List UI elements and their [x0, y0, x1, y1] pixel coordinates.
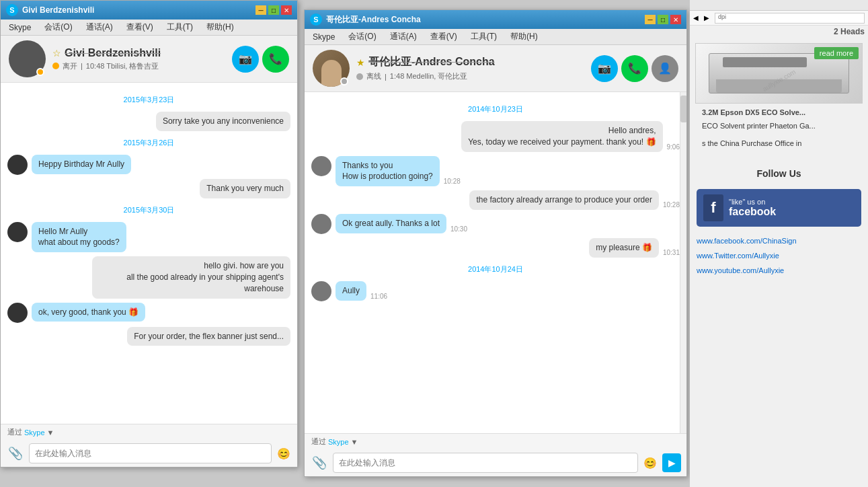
menu-skype-left[interactable]: Skype	[6, 22, 34, 34]
menu-call-right[interactable]: 通话(A)	[387, 30, 420, 44]
contact-info-right: ★ 哥伦比亚-Andres Concha 离线 | 1:48 Medellin,…	[356, 55, 584, 81]
nav-item[interactable]: ▶	[704, 14, 709, 22]
send-button-right[interactable]: ▶	[662, 453, 681, 472]
youtube-link[interactable]: www.youtube.com/Aullyxie	[697, 263, 861, 278]
avatar-person-right	[321, 60, 342, 87]
contact-name-row-right: ★ 哥伦比亚-Andres Concha	[356, 55, 584, 69]
contact-name-row-left: ☆ Givi Berdzenishvili	[52, 47, 225, 59]
emoji-button-right[interactable]: 😊	[642, 455, 658, 471]
video-call-button-left[interactable]: 📷	[232, 46, 259, 73]
facebook-button[interactable]: f "like" us on facebook	[697, 189, 861, 227]
facebook-f-icon: f	[703, 194, 723, 221]
address-bar[interactable]: dpi	[715, 13, 865, 24]
star-icon-right[interactable]: ★	[356, 57, 365, 68]
menu-bar-left: Skype 会话(O) 通话(A) 查看(V) 工具(T) 帮助(H)	[1, 20, 297, 36]
skype-logo-right: S	[310, 13, 322, 26]
msg-bubble: Hello Mr Aullywhat about my goods?	[32, 222, 126, 253]
avatar-container-right	[313, 50, 350, 87]
contact-name-right: 哥伦比亚-Andres Concha	[368, 55, 495, 69]
follow-us-heading: Follow Us	[690, 158, 868, 186]
menu-view-right[interactable]: 查看(V)	[428, 30, 460, 44]
social-links: www.facebook.com/ChinaSign www.Twitter.c…	[690, 230, 868, 281]
menu-bar-right: Skype 会话(O) 通话(A) 查看(V) 工具(T) 帮助(H)	[305, 29, 686, 45]
msg-bubble: Ok great aully. Thanks a lot	[336, 214, 446, 233]
message-row: 10:31 my pleasure 🎁	[311, 238, 680, 258]
scrollbar-right[interactable]	[680, 92, 686, 433]
message-row: Aully 11:06	[311, 281, 680, 301]
printer-subtitle: ECO Solvent printer Phaeton Ga...	[702, 120, 856, 132]
close-button-left[interactable]: ✕	[281, 5, 292, 15]
menu-help-left[interactable]: 帮助(H)	[204, 20, 237, 34]
minimize-button-right[interactable]: ─	[645, 15, 656, 24]
chat-area-left[interactable]: 2015年3月23日 Sorry take you any inconvenie…	[1, 83, 297, 424]
status-dot-right	[340, 77, 348, 85]
via-skype-link-right[interactable]: Skype	[328, 438, 349, 446]
scrollbar-thumb[interactable]	[680, 96, 686, 122]
msg-time: 10:31	[663, 249, 680, 256]
message-row: Hello Mr Aullywhat about my goods?	[7, 222, 290, 253]
date-sep-right-2: 2014年10月24日	[311, 264, 680, 274]
menu-skype-right[interactable]: Skype	[310, 31, 338, 43]
msg-avatar	[7, 155, 28, 175]
menu-call-left[interactable]: 通话(A)	[83, 20, 116, 34]
via-skype-bar-left: 通过 Skype ▼	[1, 424, 297, 440]
contact-name-left: Givi Berdzenishvili	[65, 47, 161, 59]
menu-session-right[interactable]: 会话(O)	[346, 30, 379, 44]
facebook-like-text: "like" us on	[729, 198, 776, 206]
menu-view-left[interactable]: 查看(V)	[124, 20, 156, 34]
menu-tools-left[interactable]: 工具(T)	[164, 20, 196, 34]
close-button-right[interactable]: ✕	[670, 15, 681, 24]
contact-status-left: 离开 | 10:48 Tbilisi, 格鲁吉亚	[52, 61, 225, 71]
message-row: 10:28 the factory already arrange to pro…	[311, 190, 680, 210]
message-row: Thank you very much	[7, 179, 290, 198]
menu-help-right[interactable]: 帮助(H)	[508, 30, 541, 44]
msg-avatar	[7, 303, 28, 323]
minimize-button-left[interactable]: ─	[255, 5, 266, 15]
printer-section: aullyxie.com read more 3.2M Epson DX5 EC…	[690, 38, 868, 158]
maximize-button-left[interactable]: □	[268, 5, 279, 15]
window-title-right: 哥伦比亚-Andres Concha	[326, 14, 645, 26]
chat-area-right[interactable]: 2014年10月23日 9:06 Hello andres,Yes, today…	[305, 92, 686, 433]
chevron-down-icon-right[interactable]: ▼	[351, 438, 358, 446]
via-skype-bar-right: 通过 Skype ▼	[305, 434, 686, 449]
msg-bubble: Sorry take you any inconvenience	[156, 112, 290, 131]
message-input-left[interactable]	[29, 443, 272, 463]
date-sep-3: 2015年3月30日	[7, 205, 290, 215]
message-row: Thanks to youHow is production going? 10…	[311, 156, 680, 187]
video-call-button-right[interactable]: 📷	[591, 55, 618, 82]
maximize-button-right[interactable]: □	[658, 15, 668, 24]
msg-bubble: ok, very good, thank you 🎁	[32, 303, 145, 322]
menu-tools-right[interactable]: 工具(T)	[468, 30, 500, 44]
input-row-left: 📎 😊	[1, 440, 297, 467]
chevron-down-icon-left[interactable]: ▼	[47, 428, 54, 437]
contact-header-left: ☆ Givi Berdzenishvili 离开 | 10:48 Tbilisi…	[1, 36, 297, 83]
twitter-link[interactable]: www.Twitter.com/Aullyxie	[697, 248, 861, 263]
attach-button-left[interactable]: 📎	[6, 444, 25, 463]
call-button-right[interactable]: 📞	[621, 55, 648, 82]
facebook-link[interactable]: www.facebook.com/ChinaSign	[697, 233, 861, 248]
message-row: 9:06 Hello andres,Yes, today we received…	[311, 121, 680, 152]
msg-time: 9:06	[667, 143, 680, 151]
window-controls-right: ─ □ ✕	[645, 15, 681, 24]
skype-logo-left: S	[6, 4, 18, 16]
message-input-right[interactable]	[333, 453, 638, 473]
msg-avatar	[7, 222, 28, 242]
message-row: Sorry take you any inconvenience	[7, 112, 290, 131]
message-row: For your order, the flex banner just sen…	[7, 327, 290, 346]
msg-bubble: hello givi. how are youall the good alre…	[92, 256, 290, 298]
read-more-button[interactable]: read more	[814, 47, 859, 59]
star-icon-left[interactable]: ☆	[52, 48, 61, 59]
add-contact-button-right[interactable]: 👤	[652, 55, 678, 82]
contact-header-right: ★ 哥伦比亚-Andres Concha 离线 | 1:48 Medellin,…	[305, 45, 686, 92]
emoji-button-left[interactable]: 😊	[276, 445, 292, 461]
input-row-right: 📎 😊 ▶	[305, 449, 686, 476]
website-nav[interactable]: ◀ ▶ dpi	[690, 11, 868, 26]
attach-button-right[interactable]: 📎	[310, 453, 329, 472]
input-area-right: 通过 Skype ▼ 📎 😊 ▶	[305, 433, 686, 476]
status-dot-left	[36, 68, 44, 76]
menu-session-left[interactable]: 会话(O)	[42, 20, 75, 34]
via-skype-link-left[interactable]: Skype	[24, 428, 45, 437]
call-button-left[interactable]: 📞	[262, 46, 289, 73]
nav-item[interactable]: ◀	[693, 14, 699, 22]
message-row: Heppy Birthday Mr Aully	[7, 155, 290, 175]
